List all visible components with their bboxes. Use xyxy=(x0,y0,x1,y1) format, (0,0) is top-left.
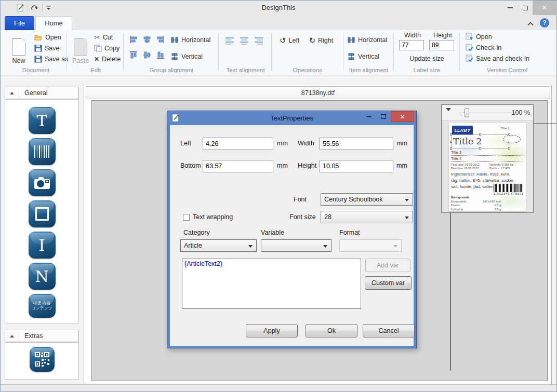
rotate-left-button[interactable]: ↺ Left xyxy=(278,35,301,46)
rotate-right-icon: ↻ xyxy=(309,36,315,45)
font-size-combobox[interactable]: 28 xyxy=(321,211,413,223)
collapse-general-button[interactable] xyxy=(5,87,19,99)
align-center-horizontal-icon[interactable] xyxy=(141,34,153,45)
dialog-minimize-button[interactable] xyxy=(362,111,376,122)
group-align-horizontal-button[interactable]: Horizontal xyxy=(169,34,212,45)
width-label: Width xyxy=(298,140,314,147)
label-width-input[interactable] xyxy=(399,40,424,50)
batch-number: Batchnr: 123456 xyxy=(489,167,524,170)
bottom-unit: mm xyxy=(277,162,288,169)
packed-date: Förp. dag: 01-01-2012 xyxy=(451,163,489,167)
horizontal-guide-line xyxy=(534,124,557,124)
close-button[interactable]: ✕ xyxy=(533,1,556,15)
delete-button[interactable]: ✕ Delete xyxy=(92,53,122,64)
barcode-tool-icon xyxy=(34,145,50,158)
stamp-oval xyxy=(503,135,521,143)
selection-handle[interactable] xyxy=(479,133,481,136)
cancel-button[interactable]: Cancel xyxy=(363,324,415,337)
paste-label: Paste xyxy=(72,57,89,64)
text-align-left-icon[interactable] xyxy=(223,35,236,46)
align-top-icon[interactable] xyxy=(127,50,140,60)
align-left-icon[interactable] xyxy=(127,34,140,45)
left-input[interactable] xyxy=(203,138,273,150)
chevron-down-icon xyxy=(405,199,409,201)
variable-label: Variable xyxy=(261,229,284,236)
new-button[interactable]: New xyxy=(7,32,31,65)
align-right-icon[interactable] xyxy=(154,34,167,45)
zoom-slider-thumb[interactable] xyxy=(465,108,469,117)
nutrition-value: 140 kJ/60 kcal xyxy=(483,200,501,204)
minimize-icon xyxy=(508,7,513,8)
text-align-right-icon[interactable] xyxy=(253,35,265,46)
update-size-button[interactable]: Update size xyxy=(394,55,460,62)
paste-button[interactable]: Paste xyxy=(69,32,92,65)
selection-handle[interactable] xyxy=(450,141,452,143)
open-button[interactable]: Open xyxy=(33,32,70,43)
selection-handle[interactable] xyxy=(479,147,481,150)
preview-dropdown-button[interactable] xyxy=(446,111,451,120)
width-input[interactable] xyxy=(320,138,393,150)
shape-tool[interactable] xyxy=(29,200,56,227)
title2-selection-box[interactable]: Title 2 xyxy=(451,134,509,148)
image-tool[interactable] xyxy=(29,169,56,196)
triangle-up-icon xyxy=(10,92,14,94)
dialog-window-controls: ✕ xyxy=(362,111,414,122)
rotate-right-button[interactable]: ↻ Right xyxy=(307,35,335,46)
sidebar-extras-header[interactable]: Extras xyxy=(5,330,79,342)
group-align-vertical-button[interactable]: Vertical xyxy=(169,51,204,62)
custom-var-button[interactable]: Custom var xyxy=(365,276,412,290)
copy-button[interactable]: Copy xyxy=(92,43,122,53)
label-preview[interactable]: LERØY Title 1 Title 2 Title 3 Title 4 Fö… xyxy=(449,123,526,211)
ribbon-group-text-alignment: Text alignment xyxy=(219,30,272,75)
new-label: New xyxy=(12,57,25,64)
variable-combobox[interactable] xyxy=(261,239,331,252)
label-height-input[interactable] xyxy=(429,40,454,50)
help-button[interactable]: ? xyxy=(540,18,549,28)
text-align-center-icon[interactable] xyxy=(238,35,250,46)
font-combobox[interactable]: Century Schoolbook xyxy=(321,193,413,206)
maximize-button[interactable] xyxy=(518,1,533,15)
chevron-up-icon xyxy=(527,22,533,28)
collapse-ribbon-button[interactable] xyxy=(526,20,535,27)
selection-handle[interactable] xyxy=(450,133,452,136)
content-textarea[interactable]: {ArticleText2} xyxy=(182,259,361,309)
save-as-button[interactable]: Save as xyxy=(33,53,70,64)
cut-button[interactable]: ✂ Cut xyxy=(92,32,122,43)
tab-home[interactable]: Home xyxy=(35,16,72,30)
i-tool[interactable]: I xyxy=(29,232,56,259)
apply-button[interactable]: Apply xyxy=(246,324,298,337)
vc-check-in-button[interactable]: Check-in xyxy=(464,42,531,53)
nutrition-value: 0,7 g xyxy=(495,204,501,208)
selection-handle[interactable] xyxy=(450,147,452,150)
ok-button[interactable]: Ok xyxy=(306,324,357,337)
save-button[interactable]: Save xyxy=(33,43,70,53)
item-align-horizontal-button[interactable]: Horizontal xyxy=(346,34,389,45)
ribbon-group-edit: Paste ✂ Cut Copy ✕ Delete Edit xyxy=(68,30,124,75)
sidebar-general-header[interactable]: General xyxy=(5,87,79,99)
qr-tool[interactable] xyxy=(30,347,55,372)
rectangle-icon xyxy=(35,207,49,221)
dialog-close-button[interactable]: ✕ xyxy=(391,111,414,122)
align-middle-icon[interactable] xyxy=(141,50,153,60)
height-input[interactable] xyxy=(320,160,393,172)
vc-open-button[interactable]: Open xyxy=(464,31,531,42)
text-tool[interactable]: T xyxy=(29,107,56,134)
content-tool[interactable]: 내용 内容 コンテンツ xyxy=(29,294,56,318)
barcode-tool[interactable] xyxy=(29,138,56,165)
ribbon-group-label-size: Width Height Update size Label size xyxy=(394,30,460,75)
dialog-maximize-button[interactable] xyxy=(376,111,391,122)
tab-file[interactable]: File xyxy=(5,16,34,30)
vc-save-check-in-button[interactable]: Save and check-in xyxy=(464,53,531,64)
align-bottom-icon[interactable] xyxy=(154,50,167,60)
bottom-input[interactable] xyxy=(203,160,273,172)
document-tab[interactable]: 87138ny.dtf xyxy=(86,86,550,99)
label-size-height-label: Height xyxy=(429,32,456,39)
category-combobox[interactable]: Article xyxy=(180,239,257,252)
minimize-button[interactable] xyxy=(502,1,518,15)
dialog-titlebar[interactable]: TextProperties ✕ xyxy=(170,111,414,125)
collapse-extras-button[interactable] xyxy=(5,330,19,342)
selection-handle[interactable] xyxy=(508,147,510,150)
text-wrapping-checkbox[interactable] xyxy=(183,214,190,221)
n-tool[interactable]: N xyxy=(29,263,56,290)
item-align-vertical-button[interactable]: Vertical xyxy=(346,51,381,62)
